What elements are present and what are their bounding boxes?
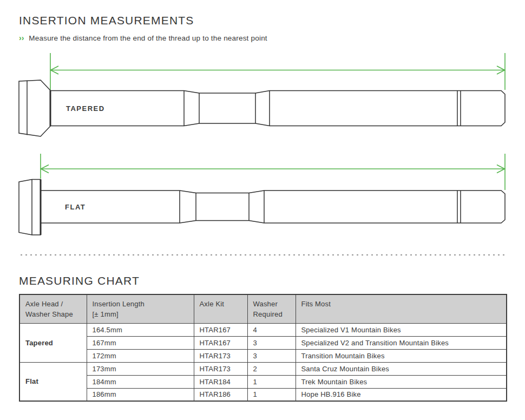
- group-label-flat: Flat: [19, 362, 87, 401]
- cell-washer-required: 3: [247, 336, 296, 349]
- header-axle-head: Axle Head / Washer Shape: [19, 294, 87, 323]
- cell-axle-kit: HTAR186: [194, 388, 247, 401]
- tapered-label: TAPERED: [66, 104, 105, 113]
- cell-fits-most: Santa Cruz Mountain Bikes: [296, 362, 507, 375]
- cell-fits-most: Transition Mountain Bikes: [296, 349, 507, 362]
- cell-insertion-length: 172mm: [87, 349, 194, 362]
- header-washer-required: Washer Required: [247, 294, 296, 323]
- header-axle-kit: Axle Kit: [194, 294, 247, 323]
- cell-axle-kit: HTAR167: [194, 336, 247, 349]
- cell-axle-kit: HTAR173: [194, 362, 247, 375]
- table-row: 186mm HTAR186 1 Hope HB.916 Bike: [19, 388, 507, 401]
- measuring-chart-table: Axle Head / Washer Shape Insertion Lengt…: [19, 294, 507, 402]
- cell-insertion-length: 164.5mm: [87, 323, 194, 336]
- header-washer-line1: Washer: [253, 299, 290, 310]
- table-row: 184mm HTAR184 1 Trek Mountain Bikes: [19, 375, 507, 388]
- tapered-dimension-arrow: [50, 53, 505, 90]
- flat-dimension-arrow: [41, 154, 505, 190]
- cell-insertion-length: 173mm: [87, 362, 194, 375]
- cell-washer-required: 4: [247, 323, 296, 336]
- flat-label: FLAT: [65, 203, 86, 211]
- header-insertion-length: Insertion Length [± 1mm]: [87, 294, 194, 323]
- flat-axle-drawing: [19, 180, 505, 235]
- cell-washer-required: 3: [247, 349, 296, 362]
- table-row: Tapered 164.5mm HTAR167 4 Specialized V1…: [19, 323, 507, 336]
- header-insertion-length-line2: [± 1mm]: [93, 310, 188, 320]
- cell-axle-kit: HTAR184: [194, 375, 247, 388]
- cell-fits-most: Specialized V1 Mountain Bikes: [296, 323, 507, 336]
- cell-insertion-length: 184mm: [87, 375, 194, 388]
- axle-diagram: TAPERED FLAT: [0, 0, 525, 249]
- table-row: Flat 173mm HTAR173 2 Santa Cruz Mountain…: [19, 362, 507, 375]
- header-insertion-length-line1: Insertion Length: [93, 299, 188, 310]
- cell-fits-most: Hope HB.916 Bike: [296, 388, 507, 401]
- section-title: MEASURING CHART: [19, 274, 140, 287]
- table-row: 172mm HTAR173 3 Transition Mountain Bike…: [19, 349, 507, 362]
- cell-washer-required: 1: [247, 388, 296, 401]
- cell-insertion-length: 167mm: [87, 336, 194, 349]
- header-axle-head-line2: Washer Shape: [25, 310, 81, 320]
- cell-fits-most: Specialized V2 and Transition Mountain B…: [296, 336, 507, 349]
- table-row: 167mm HTAR167 3 Specialized V2 and Trans…: [19, 336, 507, 349]
- insertion-measurements-page: { "header": { "title": "INSERTION MEASUR…: [0, 0, 525, 420]
- cell-axle-kit: HTAR167: [194, 323, 247, 336]
- group-label-tapered: Tapered: [19, 323, 87, 362]
- cell-axle-kit: HTAR173: [194, 349, 247, 362]
- dotted-divider: [19, 254, 507, 256]
- table-header-row: Axle Head / Washer Shape Insertion Lengt…: [19, 294, 507, 323]
- cell-insertion-length: 186mm: [87, 388, 194, 401]
- cell-washer-required: 2: [247, 362, 296, 375]
- header-axle-head-line1: Axle Head /: [25, 299, 81, 310]
- cell-fits-most: Trek Mountain Bikes: [296, 375, 507, 388]
- header-fits-most: Fits Most: [296, 294, 507, 323]
- cell-washer-required: 1: [247, 375, 296, 388]
- header-washer-line2: Required: [253, 310, 290, 320]
